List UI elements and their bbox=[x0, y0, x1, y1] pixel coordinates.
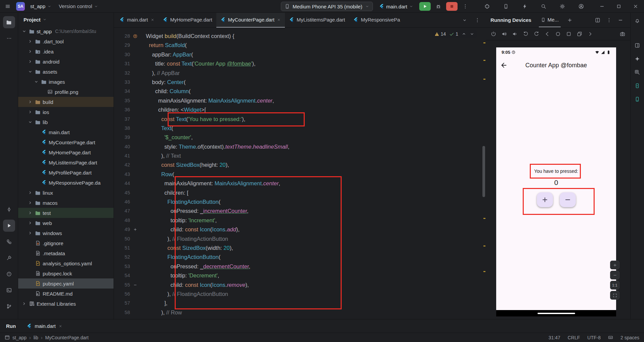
code-line-58[interactable]: 58 ), // Row bbox=[114, 308, 486, 317]
code-line-49[interactable]: 49 child: const Icon(Icons.add), bbox=[114, 225, 486, 234]
code-line-32[interactable]: 32 ), // AppBar bbox=[114, 69, 486, 78]
warning-stripe-mark[interactable] bbox=[483, 42, 485, 43]
keyboard-icon[interactable] bbox=[608, 335, 613, 340]
tree-item-web[interactable]: web bbox=[18, 218, 114, 228]
problems-icon[interactable] bbox=[3, 268, 15, 280]
chevron-closed-icon[interactable] bbox=[28, 190, 33, 195]
tree-item-analysis-options-yaml[interactable]: analysis_options.yaml bbox=[18, 258, 114, 268]
more-options-button[interactable] bbox=[460, 1, 470, 11]
hot-reload-icon[interactable] bbox=[520, 1, 530, 11]
tree-item-dart-tool[interactable]: .dart_tool bbox=[18, 36, 114, 46]
code-line-35[interactable]: 35 mainAxisAlignment: MainAxisAlignment.… bbox=[114, 96, 486, 105]
signal-icon[interactable] bbox=[601, 50, 605, 54]
code-line-34[interactable]: 34 child: Column( bbox=[114, 87, 486, 96]
code-line-46[interactable]: 46 FloatingActionButton( bbox=[114, 197, 486, 206]
decrement-fab-button[interactable] bbox=[560, 192, 576, 207]
phone-screen[interactable]: 9:05 Counter App @fombae You have to pre… bbox=[496, 47, 616, 316]
code-line-29[interactable]: 29 return Scaffold( bbox=[114, 41, 486, 50]
expand-controls-icon[interactable] bbox=[585, 29, 595, 39]
passed-count[interactable]: 1 bbox=[449, 31, 458, 37]
code-line-43[interactable]: 43 Row( bbox=[114, 170, 486, 179]
breadcrumb-item[interactable]: MyCounterPage.dart bbox=[45, 335, 88, 340]
tree-item-pubspec-lock[interactable]: pubspec.lock bbox=[18, 268, 114, 278]
code-line-36[interactable]: 36 children: <Widget>[ bbox=[114, 105, 486, 114]
increment-fab-button[interactable] bbox=[537, 192, 553, 207]
tree-item-android[interactable]: android bbox=[18, 56, 114, 67]
volume-up-icon[interactable] bbox=[499, 29, 509, 39]
editor-tab-main-dart[interactable]: main.dart bbox=[115, 13, 159, 28]
tree-item-macos[interactable]: macos bbox=[18, 198, 114, 208]
split-view-icon[interactable] bbox=[593, 15, 603, 25]
back-nav-icon[interactable] bbox=[542, 29, 552, 39]
chevron-closed-icon[interactable] bbox=[22, 301, 27, 306]
tree-item-mycounterpage-dart[interactable]: MyCounterPage.dart bbox=[18, 137, 114, 147]
editor-tab-myhomepage-dart[interactable]: MyHomePage.dart bbox=[159, 13, 216, 28]
tree-item-build[interactable]: build bbox=[18, 97, 114, 107]
project-view-icon[interactable] bbox=[3, 16, 15, 28]
code-line-30[interactable]: 30 appBar: AppBar( bbox=[114, 50, 486, 59]
tree-item-linux[interactable]: linux bbox=[18, 188, 114, 198]
zoom-out-button[interactable] bbox=[610, 271, 619, 279]
chevron-closed-icon[interactable] bbox=[28, 200, 33, 205]
snapshot-icon[interactable] bbox=[574, 29, 585, 39]
close-tab-icon[interactable] bbox=[58, 324, 62, 328]
commit-icon[interactable] bbox=[3, 203, 15, 216]
tree-item-main-dart[interactable]: main.dart bbox=[18, 127, 114, 137]
git-branch-icon[interactable] bbox=[3, 300, 15, 312]
tree-item-assets[interactable]: assets bbox=[18, 67, 114, 77]
prev-problem-icon[interactable] bbox=[462, 32, 466, 36]
tree-item-myresponsivepage-da[interactable]: MyResponsivePage.da bbox=[18, 178, 114, 188]
editor-body[interactable]: 28 Widget build(BuildContext context) {2… bbox=[114, 28, 486, 319]
code-line-50[interactable]: 50 ), // FloatingActionButton bbox=[114, 234, 486, 243]
run-tool-window-title[interactable]: Run bbox=[6, 323, 16, 329]
settings-icon[interactable] bbox=[557, 1, 567, 11]
rotate-left-icon[interactable] bbox=[521, 29, 531, 39]
code-line-31[interactable]: 31 title: const Text('Counter App @fomba… bbox=[114, 59, 486, 68]
code-line-51[interactable]: 51 const SizedBox(width: 20), bbox=[114, 243, 486, 253]
warning-stripe-mark[interactable] bbox=[483, 218, 485, 219]
device-selector[interactable]: Medium Phone API 35 (mobile) bbox=[281, 2, 373, 11]
plugins-icon[interactable] bbox=[482, 1, 492, 11]
editor-tab-mylistitemspage-dart[interactable]: MyListitemsPage.dart bbox=[285, 13, 349, 28]
overview-nav-icon[interactable] bbox=[564, 29, 574, 39]
code-line-57[interactable]: 57 ], bbox=[114, 299, 486, 308]
device-mirror-icon[interactable] bbox=[632, 94, 642, 104]
tree-item-idea[interactable]: .idea bbox=[18, 46, 114, 56]
code-line-33[interactable]: 33 body: Center( bbox=[114, 78, 486, 87]
panel-options-icon[interactable] bbox=[604, 15, 614, 25]
code-line-37[interactable]: 37 const Text('You have to pressed:'), bbox=[114, 115, 486, 124]
code-line-52[interactable]: 52 FloatingActionButton( bbox=[114, 253, 486, 262]
tree-item-windows[interactable]: windows bbox=[18, 228, 114, 238]
code-line-48[interactable]: 48 tooltip: 'Increment', bbox=[114, 216, 486, 225]
line-separator[interactable]: CRLF bbox=[568, 335, 580, 340]
code-line-55[interactable]: 55 child: const Icon(Icons.remove), bbox=[114, 280, 486, 290]
gesture-pill[interactable] bbox=[538, 313, 575, 314]
chevron-open-icon[interactable] bbox=[28, 69, 33, 74]
volume-down-icon[interactable] bbox=[510, 29, 520, 39]
chevron-closed-icon[interactable] bbox=[28, 221, 33, 225]
notifications-icon[interactable] bbox=[632, 15, 642, 26]
code-line-54[interactable]: 54 tooltip: 'Decrement', bbox=[114, 271, 486, 280]
panel-icon[interactable] bbox=[632, 40, 642, 50]
gemini-icon[interactable] bbox=[632, 54, 642, 64]
add-device-icon[interactable] bbox=[565, 15, 575, 25]
tree-item-gitignore[interactable]: .gitignore bbox=[18, 238, 114, 248]
chevron-closed-icon[interactable] bbox=[28, 59, 33, 64]
run-button[interactable] bbox=[419, 2, 431, 11]
code-line-41[interactable]: 41 ), // Text bbox=[114, 151, 486, 160]
run-tool-icon[interactable] bbox=[3, 220, 15, 232]
tree-item-ios[interactable]: ios bbox=[18, 107, 114, 117]
warnings-count[interactable]: 14 bbox=[434, 31, 446, 37]
device-tab[interactable]: Me... bbox=[539, 13, 561, 27]
cursor-position[interactable]: 31:47 bbox=[549, 335, 560, 340]
back-arrow-icon[interactable] bbox=[500, 62, 508, 69]
tree-item-myhomepage-dart[interactable]: MyHomePage.dart bbox=[18, 147, 114, 157]
tree-item-myprofilepage-dart[interactable]: MyProfilePage.dart bbox=[18, 167, 114, 178]
tree-item-test[interactable]: test bbox=[18, 208, 114, 218]
warning-stripe-mark[interactable] bbox=[483, 60, 485, 61]
device-manager-icon[interactable] bbox=[501, 1, 511, 11]
maximize-icon[interactable] bbox=[610, 0, 627, 13]
warning-stripe-mark[interactable] bbox=[483, 245, 485, 246]
editor-tab-mycounterpage-dart[interactable]: MyCounterPage.dart bbox=[216, 13, 285, 28]
add-preview-gutter-icon[interactable] bbox=[130, 227, 140, 232]
